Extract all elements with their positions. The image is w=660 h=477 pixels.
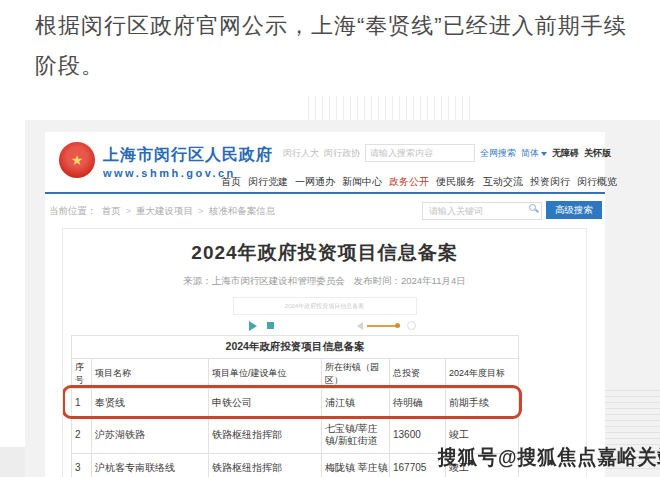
stop-icon[interactable] (267, 322, 274, 329)
audio-title: 2024年政府投资项目信息备案 (285, 302, 364, 311)
audio-title-bar: 2024年政府投资项目信息备案 (233, 297, 417, 315)
site-title: 上海市闵行区人民政府 (103, 145, 273, 166)
cell-project-name: 奉贤线 (92, 389, 209, 417)
document-publish-date: 发布时间：2024年11月4日 (353, 275, 465, 286)
cell-project-name: 沪苏湖铁路 (92, 417, 209, 454)
site-search-button[interactable]: 全网搜索 (480, 147, 516, 160)
col-header-town: 所在街镇（园区） (322, 359, 390, 389)
cell-goal: 前期手续 (446, 389, 519, 417)
col-header-index: 序号 (72, 359, 92, 389)
cell-unit: 铁路枢纽指挥部 (209, 454, 322, 477)
breadcrumb-label: 当前位置： (49, 205, 97, 218)
gov-webpage: ★ 上海市闵行区人民政府 www.shmh.gov.cn 闵行人大 闵行政协 全… (45, 132, 605, 477)
nav-item-news[interactable]: 新闻中心 (342, 175, 382, 189)
breadcrumb: 当前位置： 首页 > 重大建设项目 > 核准和备案信息 (49, 205, 275, 218)
breadcrumb-home[interactable]: 首页 (102, 205, 121, 218)
header-divider (45, 192, 605, 194)
audio-controls (233, 317, 417, 335)
breadcrumb-major-projects[interactable]: 重大建设项目 (136, 205, 193, 218)
search-icon[interactable] (529, 204, 536, 211)
nav-item-gailan[interactable]: 闵行概览 (577, 175, 617, 189)
top-link-renda[interactable]: 闵行人大 (283, 147, 319, 160)
play-icon[interactable] (249, 321, 257, 331)
document-source: 来源：上海市闵行区建设和管理委员会 (183, 275, 345, 286)
breadcrumb-current: 核准和备案信息 (209, 205, 276, 218)
chevron-down-icon (541, 152, 547, 156)
nav-item-touzi[interactable]: 投资闵行 (530, 175, 570, 189)
emblem-star-icon: ★ (71, 152, 84, 168)
col-header-2024-goal: 2024年度目标 (446, 359, 519, 389)
cell-unit: 铁路枢纽指挥部 (209, 417, 322, 454)
site-url[interactable]: www.shmh.gov.cn (103, 167, 236, 179)
cell-index: 3 (72, 454, 92, 477)
main-navigation: 首页 闵行党建 一网通办 新闻中心 政务公开 便民服务 互动交流 投资闵行 闵行… (221, 175, 617, 189)
keyword-search-input[interactable] (422, 202, 542, 220)
col-header-investment: 总投资 (390, 359, 446, 389)
volume-up-icon[interactable] (407, 321, 416, 330)
watermark: 搜狐号@搜狐焦点嘉峪关站 (438, 444, 660, 472)
cell-index: 2 (72, 417, 92, 454)
document-meta: 来源：上海市闵行区建设和管理委员会 发布时间：2024年11月4日 (63, 275, 586, 288)
nav-item-zwgk-active[interactable]: 政务公开 (389, 175, 429, 189)
volume-slider-handle[interactable] (395, 323, 400, 328)
accessibility-link[interactable]: 无障碍 (552, 147, 579, 160)
cell-investment: 待明确 (390, 389, 446, 417)
nav-item-hudong[interactable]: 互动交流 (483, 175, 523, 189)
volume-down-icon[interactable] (357, 322, 363, 330)
nav-item-dangjian[interactable]: 闵行党建 (248, 175, 288, 189)
nav-item-bianmin[interactable]: 便民服务 (436, 175, 476, 189)
document-title: 2024年政府投资项目信息备案 (63, 240, 586, 266)
table-caption: 2024年政府投资项目信息备案 (72, 336, 519, 359)
breadcrumb-separator: > (198, 205, 204, 218)
top-link-zhengxie[interactable]: 闵行政协 (324, 147, 360, 160)
page-search: 高级搜索 (422, 200, 602, 220)
cell-town: 七宝镇/莘庄镇/新虹街道 (322, 417, 390, 454)
care-mode-link[interactable]: 关怀版 (584, 147, 611, 160)
header-topbar: 闵行人大 闵行政协 全网搜索 简体 无障碍 关怀版 (283, 144, 611, 162)
cell-town: 浦江镇 (322, 389, 390, 417)
site-search-input[interactable] (365, 144, 475, 162)
national-emblem-icon: ★ (59, 142, 95, 178)
nav-item-home[interactable]: 首页 (221, 175, 241, 189)
cell-unit: 申铁公司 (209, 389, 322, 417)
col-header-unit: 项目单位/建设单位 (209, 359, 322, 389)
article-intro-text: 根据闵行区政府官网公示，上海“奉贤线”已经进入前期手续阶段。 (35, 6, 640, 86)
article-card: 2024年政府投资项目信息备案 来源：上海市闵行区建设和管理委员会 发布时间：2… (62, 228, 587, 477)
advanced-search-button[interactable]: 高级搜索 (546, 201, 602, 219)
cell-index: 1 (72, 389, 92, 417)
nav-item-yiwangtongban[interactable]: 一网通办 (295, 175, 335, 189)
col-header-project-name: 项目名称 (92, 359, 209, 389)
cell-project-name: 沪杭客专南联络线 (92, 454, 209, 477)
audio-player: 2024年政府投资项目信息备案 (233, 297, 417, 335)
breadcrumb-separator: > (126, 205, 132, 218)
lang-toggle[interactable]: 简体 (521, 147, 547, 160)
cell-town: 梅陇镇 莘庄镇 (322, 454, 390, 477)
embedded-website-screenshot: ★ 上海市闵行区人民政府 www.shmh.gov.cn 闵行人大 闵行政协 全… (25, 120, 660, 477)
